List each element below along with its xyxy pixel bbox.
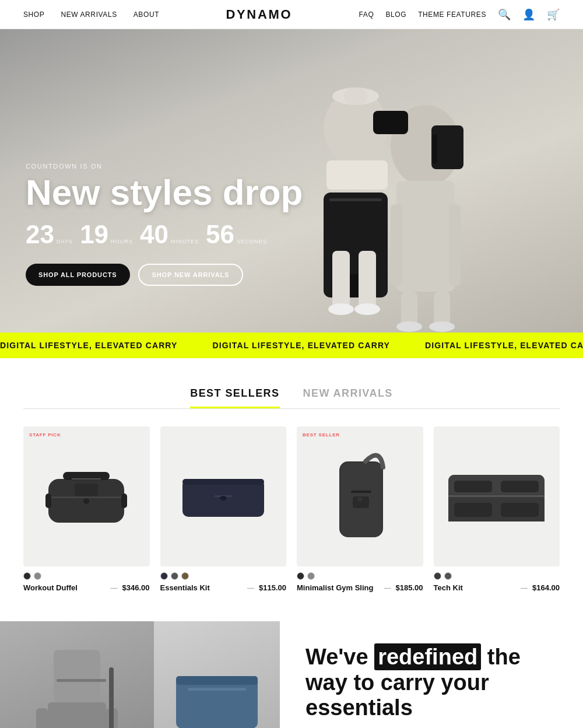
shop-new-button[interactable]: Shop NEW ARRIVALS (138, 264, 244, 286)
product-card-2[interactable]: Essentials Kit — $115.00 (160, 426, 287, 592)
bottom-section: We've redefined the way to carry your es… (0, 621, 583, 728)
product-name-2: Essentials Kit (160, 583, 210, 592)
svg-rect-3 (449, 204, 461, 286)
svg-rect-55 (188, 688, 246, 691)
svg-rect-5 (433, 134, 437, 163)
svg-rect-31 (182, 479, 264, 485)
product-card-1[interactable]: STAFF PICK Workout Duffel — $346.00 (23, 426, 150, 592)
svg-rect-41 (448, 495, 545, 497)
hero-title: New styles drop (26, 173, 303, 211)
nav-new-arrivals[interactable]: NEW ARRIVALS (61, 10, 117, 19)
svg-rect-2 (391, 204, 402, 286)
swatch-navy[interactable] (160, 572, 168, 580)
svg-rect-26 (45, 494, 51, 508)
nav-blog[interactable]: BLOG (385, 10, 406, 19)
countdown-seconds: 56 SECONDS (206, 222, 267, 247)
svg-rect-45 (454, 503, 492, 517)
bottom-image-right (154, 621, 280, 728)
swatch-gray-3[interactable] (444, 572, 452, 580)
tab-new-arrivals[interactable]: NEW ARRIVALS (303, 387, 393, 408)
tab-best-sellers[interactable]: BEST SELLERS (190, 387, 279, 408)
product-price-1: $346.00 (122, 583, 150, 592)
product-image-3: BEST SELLER (297, 426, 423, 566)
countdown-hours: 19 HOURS (80, 222, 133, 247)
product-card-4[interactable]: Tech Kit — $164.00 (434, 426, 560, 592)
svg-rect-13 (373, 111, 408, 134)
navigation: SHOP NEW ARRIVALS ABOUT DYNAMO FAQ BLOG … (0, 0, 583, 29)
product-price-wrap-1: — $346.00 (111, 583, 150, 592)
swatch-gray-2[interactable] (307, 572, 315, 580)
swatch-dark-2[interactable] (434, 572, 441, 580)
product-name-1: Workout Duffel (23, 583, 78, 592)
svg-rect-14 (332, 251, 350, 309)
nav-about[interactable]: ABOUT (134, 10, 159, 19)
product-badge-3: BEST SELLER (303, 432, 340, 438)
product-card-3[interactable]: BEST SELLER Minimalist Gym Sling — $185.… (297, 426, 423, 592)
product-badge-1: STAFF PICK (29, 432, 61, 438)
countdown-timer: 23 DAYS 19 HOURS 40 MINUTES 56 SECONDS (26, 222, 303, 247)
bottom-headline: We've redefined the way to carry your es… (305, 645, 557, 721)
headline-highlight: redefined (374, 643, 481, 670)
svg-point-38 (357, 497, 362, 502)
nav-theme-features[interactable]: THEME FEATURES (418, 10, 486, 19)
color-swatches-1 (23, 572, 150, 580)
svg-point-17 (354, 303, 380, 315)
seconds-number: 56 (206, 222, 234, 247)
minutes-number: 40 (140, 222, 168, 247)
product-info-2: Essentials Kit — $115.00 (160, 583, 287, 592)
site-logo[interactable]: DYNAMO (226, 7, 293, 22)
svg-rect-25 (48, 496, 124, 498)
product-info-1: Workout Duffel — $346.00 (23, 583, 150, 592)
product-price-2: $115.00 (259, 583, 286, 592)
shop-all-button[interactable]: ShOp ALL PROducts (26, 264, 130, 286)
bottom-images (0, 621, 280, 728)
hours-number: 19 (80, 222, 108, 247)
hero-section: COUNTDOWN IS ON New styles drop 23 DAYS … (0, 29, 583, 332)
hero-content: COUNTDOWN IS ON New styles drop 23 DAYS … (26, 163, 303, 286)
svg-point-20 (396, 321, 422, 332)
color-swatches-4 (434, 572, 560, 580)
color-swatches-3 (297, 572, 423, 580)
account-icon[interactable]: 👤 (522, 8, 535, 21)
ticker-content: DIGITAL LIFESTYLE, ELEVATED CARRY DIGITA… (0, 341, 583, 350)
headline-pre: We've (305, 645, 368, 669)
svg-rect-49 (36, 708, 48, 728)
svg-rect-15 (359, 251, 376, 309)
days-number: 23 (26, 222, 54, 247)
product-price-3: $185.00 (396, 583, 423, 592)
nav-shop[interactable]: SHOP (23, 10, 44, 19)
product-name-4: Tech Kit (434, 583, 463, 592)
tabs-header: BEST SELLERS NEW ARRIVALS (23, 387, 560, 409)
product-image-4 (434, 426, 560, 566)
product-info-4: Tech Kit — $164.00 (434, 583, 560, 592)
svg-rect-7 (326, 160, 388, 190)
person-with-bag (19, 644, 135, 728)
svg-point-16 (328, 303, 354, 315)
svg-rect-36 (351, 491, 371, 493)
product-image-2 (160, 426, 287, 566)
search-icon[interactable]: 🔍 (498, 8, 511, 21)
minutes-label: MINUTES (171, 239, 199, 244)
swatch-black[interactable] (23, 572, 31, 580)
svg-rect-44 (501, 481, 539, 492)
hero-eyebrow: COUNTDOWN IS ON (26, 163, 303, 170)
svg-rect-51 (109, 667, 114, 728)
product-tabs-section: BEST SELLERS NEW ARRIVALS (0, 358, 583, 409)
bottom-image-left (0, 621, 154, 728)
swatch-tan[interactable] (181, 572, 189, 580)
svg-rect-46 (501, 503, 539, 517)
tech-kit-illustration (442, 463, 550, 530)
sling-bag-illustration (322, 444, 398, 549)
nav-faq[interactable]: FAQ (359, 10, 374, 19)
svg-point-28 (83, 498, 89, 504)
ticker-bar: DIGITAL LIFESTYLE, ELEVATED CARRY DIGITA… (0, 332, 583, 358)
bottom-text-block: We've redefined the way to carry your es… (280, 621, 583, 728)
swatch-black-2[interactable] (297, 572, 304, 580)
cart-icon[interactable]: 🛒 (547, 8, 560, 21)
svg-rect-47 (54, 650, 100, 702)
ticker-text-3: DIGITAL LIFESTYLE, ELEVATED CARRY (425, 341, 583, 350)
swatch-gray[interactable] (34, 572, 41, 580)
duffel-bag-illustration (40, 461, 133, 531)
essentials-kit-illustration (177, 467, 270, 526)
swatch-dark[interactable] (171, 572, 178, 580)
